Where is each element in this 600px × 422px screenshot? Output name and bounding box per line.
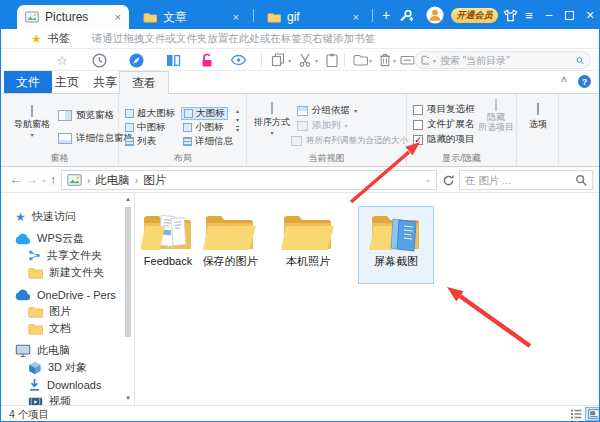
address-dropdown-caret[interactable]: ⌄	[425, 176, 431, 184]
view-details[interactable]: 详细信息	[181, 135, 235, 148]
wrench-plus-icon[interactable]	[396, 1, 414, 29]
rename-icon[interactable]	[399, 52, 415, 68]
scrollbar-thumb[interactable]	[125, 207, 131, 337]
dual-pane-icon[interactable]	[165, 52, 181, 68]
tab-close-icon[interactable]: ×	[353, 11, 359, 23]
up-button[interactable]: ↑	[50, 172, 57, 187]
hidden-items-option[interactable]: ✓ 隐藏的项目	[413, 133, 475, 146]
tab-close-icon[interactable]: ×	[233, 11, 239, 23]
scrollbar-down-icon[interactable]: ▾	[122, 394, 134, 402]
quick-toolbar: ☆ ▾ ▾ ▾ ▾ ▾	[1, 49, 599, 71]
history-caret-icon[interactable]: ⌄	[41, 176, 47, 184]
toolbar-search-input[interactable]	[440, 55, 572, 66]
new-folder-icon[interactable]	[352, 52, 368, 68]
options-button[interactable]: 选项	[520, 104, 556, 129]
new-tab-button[interactable]: +	[379, 1, 393, 29]
back-button[interactable]: ←	[9, 172, 22, 187]
hide-selected-button[interactable]: 隐藏 所选项目	[477, 100, 515, 132]
sidebar-item-pictures[interactable]: 图片	[28, 304, 71, 319]
group-by-button[interactable]: 分组依据 ▾	[297, 104, 357, 117]
checkbox-checked[interactable]: ✓	[413, 135, 423, 145]
sidebar-item-downloads[interactable]: Downloads	[28, 377, 101, 392]
tab-wenzhang[interactable]: 文章 ×	[135, 5, 247, 29]
unlock-icon[interactable]	[199, 52, 215, 68]
folder-item-screenshots-selected[interactable]: 屏幕截图	[358, 206, 434, 284]
view-medium-icons[interactable]: 中图标	[123, 121, 168, 134]
cloud-icon	[15, 289, 31, 301]
bookmark-label[interactable]: 书签	[48, 31, 70, 46]
sidebar-scrollbar[interactable]: ▴ ▾	[122, 193, 134, 405]
toolbar-search-box[interactable]: ▾	[414, 51, 591, 69]
address-search-input[interactable]	[465, 174, 571, 186]
tab-close-icon[interactable]: ×	[115, 11, 121, 23]
preview-pane-button[interactable]: 预览窗格	[58, 109, 114, 122]
scroll-up-icon[interactable]: ▴	[236, 108, 239, 115]
view-list[interactable]: 列表	[123, 135, 158, 148]
close-button[interactable]: ×	[582, 1, 598, 29]
search-scope-caret[interactable]: ▾	[433, 57, 436, 64]
compass-icon[interactable]	[128, 52, 144, 68]
refresh-button[interactable]	[440, 170, 456, 190]
file-list-pane[interactable]: Feedback 保存的图片 本机照片 屏幕截图	[136, 193, 599, 405]
folder-item-camera-roll[interactable]: 本机照片	[276, 206, 340, 284]
checkbox-unchecked[interactable]	[413, 120, 423, 130]
folder-icon	[143, 12, 157, 23]
new-folder-dropdown-caret[interactable]: ▾	[369, 57, 372, 64]
sidebar-item-documents[interactable]: 文档	[28, 321, 71, 336]
chevron-icon: ›	[87, 175, 90, 186]
sort-by-button[interactable]: 排序方式 ▾	[251, 103, 293, 137]
copy-dropdown-caret[interactable]: ▾	[288, 57, 291, 64]
search-magnifier-icon[interactable]	[575, 174, 587, 186]
view-large-icons-selected[interactable]: 大图标	[181, 107, 228, 120]
sidebar-item-new-folder[interactable]: 新建文件夹	[28, 265, 104, 280]
copy-icon[interactable]	[270, 52, 286, 68]
minimize-button[interactable]: −	[541, 1, 557, 29]
search-magnifier-icon[interactable]	[576, 54, 584, 67]
view-small-icons[interactable]: 小图标	[181, 121, 226, 134]
preview-eye-icon[interactable]	[230, 52, 246, 68]
sidebar-item-onedrive[interactable]: OneDrive - Pers	[15, 287, 116, 302]
forward-button[interactable]: →	[25, 172, 38, 187]
address-field[interactable]: › 此电脑 › 图片 ⌄	[61, 170, 437, 190]
scrollbar-up-icon[interactable]: ▴	[122, 195, 134, 203]
cut-dropdown-caret[interactable]: ▾	[315, 57, 318, 64]
sidebar-item-wps-cloud[interactable]: WPS云盘	[15, 231, 84, 246]
history-clock-icon[interactable]	[91, 52, 107, 68]
delete-dropdown-caret[interactable]: ▾	[393, 57, 396, 64]
delete-trash-icon[interactable]	[377, 52, 393, 68]
details-view-toggle[interactable]	[567, 407, 584, 421]
breadcrumb-pictures[interactable]: 图片	[143, 173, 166, 188]
cut-scissors-icon[interactable]	[297, 52, 313, 68]
tab-gif[interactable]: gif ×	[259, 5, 367, 29]
size-columns-button[interactable]: 将所有列调整为合适的大小	[291, 135, 408, 147]
sidebar-item-3d-objects[interactable]: 3D 对象	[28, 360, 87, 375]
skin-shirt-icon[interactable]	[502, 1, 518, 29]
ribbon-collapse-icon[interactable]: ^	[561, 76, 567, 87]
bookmark-outline-star-icon[interactable]: ☆	[54, 52, 70, 68]
membership-badge[interactable]: 开通会员	[451, 8, 498, 23]
layout-more-icon[interactable]: ▾	[236, 126, 239, 134]
tab-pictures[interactable]: Pictures ×	[17, 5, 129, 29]
breadcrumb-this-pc[interactable]: 此电脑	[95, 173, 130, 188]
large-icons-view-toggle[interactable]	[585, 407, 600, 421]
checkbox-unchecked[interactable]	[413, 105, 423, 115]
maximize-button[interactable]	[561, 1, 577, 29]
user-avatar[interactable]	[425, 1, 445, 29]
sidebar-item-this-pc[interactable]: 此电脑	[15, 343, 70, 358]
navigation-pane-button[interactable]: 导航窗格 ▾	[9, 106, 55, 139]
ribbon-tab-view[interactable]: 查看	[119, 71, 169, 94]
view-extra-large-icons[interactable]: 超大图标	[123, 107, 177, 120]
item-checkboxes-option[interactable]: 项目复选框	[413, 103, 475, 116]
sidebar-item-quick-access[interactable]: ★快速访问	[15, 209, 76, 224]
paste-clipboard-icon[interactable]	[324, 52, 340, 68]
layout-scroll-arrows[interactable]: ▴ ▾ ▾	[236, 108, 239, 134]
help-icon[interactable]: ?	[578, 75, 591, 88]
folder-item-feedback[interactable]: Feedback	[136, 206, 200, 284]
folder-item-saved-pictures[interactable]: 保存的图片	[198, 206, 262, 284]
sidebar-item-shared-folder[interactable]: 共享文件夹	[28, 248, 102, 263]
file-extensions-option[interactable]: 文件扩展名	[413, 118, 475, 131]
menu-hamburger-icon[interactable]: ≡	[521, 1, 537, 29]
scroll-down-icon[interactable]: ▾	[236, 117, 239, 124]
add-columns-button[interactable]: 添加列 ▾	[297, 119, 348, 132]
address-search-box[interactable]	[459, 170, 593, 190]
